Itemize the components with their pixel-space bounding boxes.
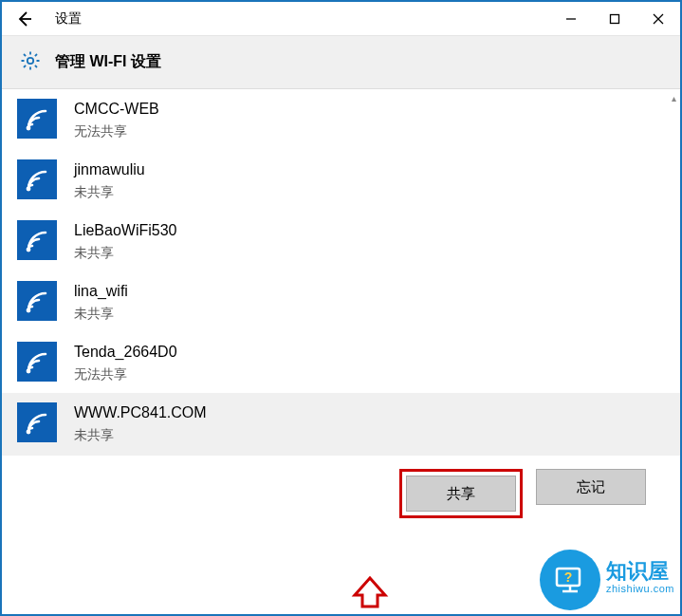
watermark-cn-text: 知识屋: [606, 560, 674, 583]
gear-icon: [19, 49, 42, 76]
watermark-badge-icon: ?: [540, 550, 600, 610]
back-arrow-icon: [15, 9, 34, 28]
wifi-text-block: lina_wifi 未共享: [74, 281, 128, 323]
watermark-en-text: zhishiwu.com: [606, 583, 674, 594]
svg-point-7: [27, 187, 31, 192]
share-button[interactable]: 共享: [406, 476, 516, 512]
svg-point-11: [27, 430, 31, 435]
page-header: 管理 WI-FI 设置: [2, 36, 680, 89]
wifi-status: 无法共享: [74, 364, 177, 383]
wifi-status: 未共享: [74, 243, 177, 262]
wifi-row[interactable]: lina_wifi 未共享: [2, 271, 680, 332]
watermark-logo: ? 知识屋 zhishiwu.com: [540, 550, 674, 610]
arrow-up-annotation: [351, 576, 389, 608]
svg-point-8: [27, 248, 31, 252]
svg-point-9: [27, 308, 31, 313]
close-button[interactable]: [636, 2, 680, 36]
wifi-icon: [17, 99, 57, 139]
wifi-row[interactable]: CMCC-WEB 无法共享: [2, 89, 680, 150]
close-icon: [653, 13, 664, 25]
wifi-name: CMCC-WEB: [74, 99, 159, 120]
wifi-status: 未共享: [74, 425, 207, 444]
minimize-button[interactable]: [549, 2, 593, 36]
wifi-text-block: Tenda_2664D0 无法共享: [74, 342, 177, 383]
wifi-icon: [17, 402, 57, 442]
scrollbar-up-icon[interactable]: ▴: [672, 93, 676, 103]
wifi-icon: [17, 342, 57, 382]
wifi-status: 未共享: [74, 182, 145, 201]
wifi-name: lina_wifi: [74, 281, 128, 302]
wifi-icon: [17, 281, 57, 321]
wifi-row[interactable]: LieBaoWiFi530 未共享: [2, 211, 680, 271]
titlebar: 设置: [2, 2, 680, 36]
svg-point-10: [27, 369, 31, 374]
window-title: 设置: [47, 10, 549, 28]
wifi-name: WWW.PC841.COM: [74, 402, 207, 423]
wifi-row[interactable]: Tenda_2664D0 无法共享: [2, 332, 680, 393]
wifi-text-block: LieBaoWiFi530 未共享: [74, 220, 177, 262]
network-list: ▴ CMCC-WEB 无法共享 jinmawuliu 未共享 LieBaoWiF…: [2, 89, 680, 614]
wifi-text-block: jinmawuliu 未共享: [74, 159, 145, 201]
svg-text:?: ?: [564, 569, 573, 585]
forget-button[interactable]: 忘记: [536, 469, 646, 505]
wifi-name: jinmawuliu: [74, 159, 145, 180]
svg-rect-2: [611, 14, 619, 23]
minimize-icon: [565, 13, 577, 25]
wifi-text-block: WWW.PC841.COM 未共享: [74, 402, 207, 444]
wifi-status: 未共享: [74, 304, 128, 323]
wifi-text-block: CMCC-WEB 无法共享: [74, 99, 159, 140]
back-button[interactable]: [2, 2, 47, 36]
wifi-row[interactable]: jinmawuliu 未共享: [2, 150, 680, 211]
wifi-name: Tenda_2664D0: [74, 342, 177, 363]
wifi-status: 无法共享: [74, 121, 159, 140]
wifi-icon: [17, 159, 57, 199]
maximize-button[interactable]: [593, 2, 636, 36]
window-controls: [549, 2, 680, 36]
page-title: 管理 WI-FI 设置: [55, 52, 161, 72]
highlight-annotation: 共享: [399, 469, 523, 518]
action-button-row: 共享 忘记: [2, 456, 680, 533]
maximize-icon: [609, 13, 620, 25]
wifi-row[interactable]: WWW.PC841.COM 未共享: [2, 393, 680, 456]
svg-point-6: [27, 126, 31, 131]
wifi-icon: [17, 220, 57, 260]
wifi-name: LieBaoWiFi530: [74, 220, 177, 241]
svg-point-5: [28, 57, 33, 63]
